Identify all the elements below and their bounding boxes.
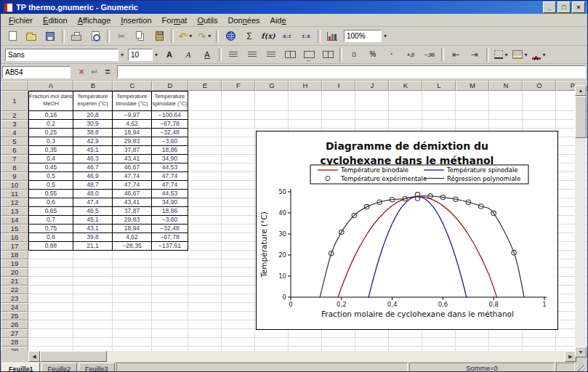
grid-cell[interactable]: 48,0 [73, 190, 113, 198]
row-header-9[interactable]: 9 [1, 172, 28, 181]
font-name-combo[interactable]: Sans▾ [5, 49, 124, 61]
grid-cell[interactable]: 0,75 [28, 225, 73, 233]
undo-button[interactable]: ↶▾ [176, 29, 195, 44]
grid-cell[interactable] [152, 294, 188, 303]
decrease-precision-button[interactable]: −,00 [420, 47, 439, 62]
grid-cell[interactable] [73, 320, 113, 329]
column-header-m[interactable]: M [456, 81, 489, 91]
grid-cell[interactable] [188, 198, 222, 207]
grid-cell[interactable]: 4,62 [113, 120, 152, 129]
grid-cell[interactable] [355, 120, 389, 129]
horizontal-scrollbar[interactable]: ◀ ▶ [28, 351, 576, 362]
grid-cell[interactable] [389, 91, 422, 111]
redo-button[interactable]: ↷▾ [195, 29, 214, 44]
grid-cell[interactable] [152, 259, 188, 268]
grid-cell[interactable]: 34,90 [152, 155, 188, 163]
column-header-d[interactable]: D [152, 81, 188, 91]
grid-cell[interactable] [456, 338, 489, 347]
grid-cell[interactable] [113, 303, 152, 312]
grid-cell[interactable] [489, 120, 523, 129]
chevron-down-icon[interactable]: ▾ [155, 52, 158, 58]
grid-cell[interactable] [456, 347, 489, 351]
grid-cell[interactable]: 0,16 [28, 111, 73, 120]
grid-cell[interactable]: 0,45 [28, 163, 73, 172]
row-header-14[interactable]: 14 [1, 216, 28, 225]
grid-cell[interactable] [188, 251, 222, 259]
grid-cell[interactable] [113, 320, 152, 329]
grid-cell[interactable] [188, 303, 222, 312]
format-as-percent-button[interactable]: % [363, 47, 382, 62]
grid-cell[interactable] [188, 320, 222, 329]
insert-chart-button[interactable] [323, 29, 342, 44]
grid-cell[interactable] [489, 329, 523, 338]
grid-cell[interactable] [73, 259, 113, 268]
grid-cell[interactable]: 46,3 [73, 155, 113, 163]
grid-cell[interactable]: −67,78 [152, 233, 188, 242]
grid-cell[interactable] [222, 207, 255, 216]
grid-cell[interactable]: −67,78 [152, 120, 188, 129]
grid-cell[interactable] [523, 329, 556, 338]
print-button[interactable] [67, 29, 86, 44]
grid-cell[interactable] [28, 312, 73, 320]
row-header-27[interactable]: 27 [1, 329, 28, 338]
grid-cell[interactable] [113, 268, 152, 277]
grid-cell[interactable]: 30,9 [73, 120, 113, 129]
grid-cell[interactable] [222, 268, 255, 277]
grid-cell[interactable] [113, 259, 152, 268]
grid-cell[interactable] [73, 338, 113, 347]
grid-cell[interactable]: 46,67 [113, 163, 152, 172]
row-header-3[interactable]: 3 [1, 120, 28, 129]
grid-cell[interactable] [188, 155, 222, 163]
grid-cell[interactable] [188, 172, 222, 181]
grid-cell[interactable] [28, 320, 73, 329]
grid-cell[interactable] [422, 120, 456, 129]
grid-cell[interactable] [222, 129, 255, 137]
grid-cell[interactable] [73, 329, 113, 338]
bold-button[interactable]: A [160, 47, 179, 62]
unmerge-cells-button[interactable] [318, 47, 337, 62]
grid-cell[interactable] [152, 347, 188, 351]
underline-button[interactable]: A [198, 47, 217, 62]
scroll-up-icon[interactable]: ▲ [575, 85, 587, 96]
chevron-down-icon[interactable]: ▾ [208, 33, 211, 39]
equals-button[interactable]: = [101, 66, 114, 78]
column-header-g[interactable]: G [255, 81, 289, 91]
grid-cell[interactable]: 43,41 [113, 198, 152, 207]
vertical-scroll-track[interactable] [575, 138, 587, 347]
align-left-button[interactable] [224, 47, 243, 62]
grid-cell[interactable] [456, 111, 489, 120]
grid-cell[interactable] [28, 303, 73, 312]
grid-cell[interactable]: 47,4 [73, 198, 113, 207]
grid-cell[interactable] [113, 277, 152, 286]
grid-cell[interactable] [222, 320, 255, 329]
grid-cell[interactable] [152, 251, 188, 259]
grid-cell[interactable] [322, 338, 355, 347]
align-right-button[interactable] [262, 47, 281, 62]
grid-cell[interactable] [355, 111, 389, 120]
grid-cell[interactable] [523, 120, 556, 129]
grid-cell[interactable]: 47,74 [113, 181, 152, 190]
grid-cell[interactable]: 47,74 [113, 172, 152, 181]
grid-cell[interactable] [188, 146, 222, 155]
column-header-o[interactable]: O [523, 81, 556, 91]
font-size-combo[interactable]: 10▾ [128, 49, 158, 61]
grid-cell[interactable] [73, 312, 113, 320]
chevron-down-icon[interactable]: ▾ [505, 52, 508, 58]
grid-cell[interactable] [222, 259, 255, 268]
align-center-button[interactable] [243, 47, 262, 62]
grid-cell[interactable] [322, 111, 355, 120]
chevron-down-icon[interactable]: ▾ [189, 33, 192, 39]
grid-cell[interactable] [188, 111, 222, 120]
font-size-value[interactable]: 10 [128, 49, 153, 61]
grid-cell[interactable] [523, 347, 556, 351]
grid-cell[interactable] [222, 181, 255, 190]
grid-cell[interactable] [152, 329, 188, 338]
column-header-f[interactable]: F [222, 81, 255, 91]
grid-cell[interactable]: 46,67 [113, 190, 152, 198]
paste-button[interactable] [150, 29, 169, 44]
save-file-button[interactable] [41, 29, 60, 44]
grid-cell[interactable] [188, 216, 222, 225]
grid-cell[interactable] [289, 91, 322, 111]
grid-cell[interactable] [152, 338, 188, 347]
grid-cell[interactable]: 18,94 [113, 129, 152, 137]
